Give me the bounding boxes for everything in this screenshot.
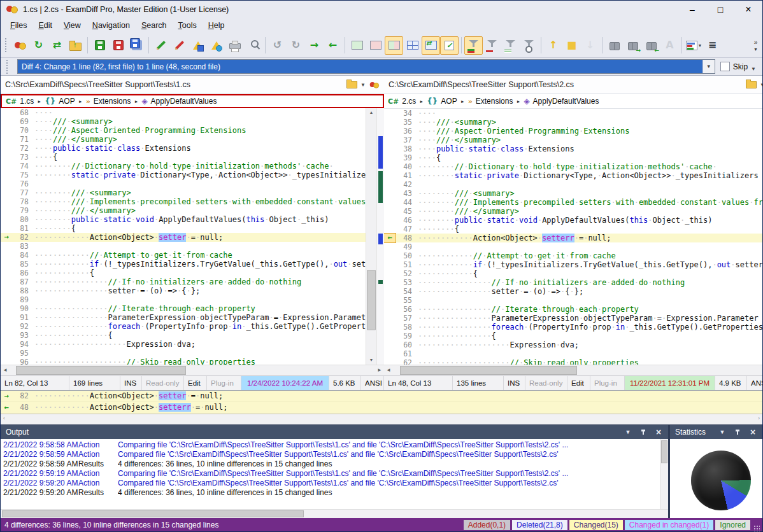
code-editor[interactable]: 68····69····///·<summary>70····///·Aspec… [1,108,366,365]
code-line[interactable]: 35····///·<summary> [384,118,763,127]
scroll-left-icon[interactable]: ‹ [3,415,5,421]
skip-dropdown-icon[interactable]: ▼ [751,66,756,72]
code-line[interactable]: 78········///·Implements·precompiled·set… [1,197,366,206]
code-line[interactable]: 51············if·(!_typesInitializers.Tr… [384,260,763,269]
code-line[interactable]: 45········///·</summary> [384,207,763,216]
show-changed-only-button[interactable] [501,36,520,55]
output-vscrollbar[interactable] [660,439,668,509]
code-line[interactable]: 80········public·static·void·ApplyDefaul… [1,215,366,224]
diff-combobox[interactable]: Diff 4: Change 1 line (82, first file) t… [17,59,715,74]
pin-icon[interactable] [639,430,648,435]
code-line[interactable]: 84············//·Attempt·to·get·it·from·… [1,251,366,260]
open-file-icon[interactable] [346,81,357,88]
scrollbar-thumb[interactable] [16,366,186,375]
breadcrumb-item[interactable]: AOP [59,97,75,106]
code-line[interactable]: 52············{ [384,269,763,278]
code-line[interactable]: 55 [384,296,763,305]
show-all-differences-button[interactable] [464,36,483,55]
code-line[interactable]: 73····{ [1,153,366,162]
code-line[interactable]: 76 [1,179,366,188]
code-line[interactable]: 56················//·Iterate·through·eac… [384,305,763,314]
scroll-right-icon[interactable]: ► [375,365,384,375]
chevron-down-icon[interactable]: ▼ [760,82,763,88]
toolbar-grip[interactable] [4,38,8,53]
code-line[interactable]: 68···· [1,108,366,117]
scrollbar-thumb[interactable] [400,366,577,375]
code-line[interactable]: 44········///·Implements·precompiled·set… [384,198,763,207]
menu-item-view[interactable]: View [58,19,87,32]
show-second-pane-only-button[interactable] [366,36,385,55]
minimize-button[interactable]: – [678,1,706,18]
output-log-row[interactable]: 2/21/2022 9:58:59 AMResults4 differences… [1,459,660,469]
code-line[interactable]: 69····///·<summary> [1,117,366,126]
breadcrumb-item[interactable]: ApplyDefaultValues [151,97,217,106]
breadcrumb-item[interactable]: AOP [441,97,457,106]
code-line[interactable]: 47········{ [384,225,763,234]
copy-block-left-button[interactable]: ← [324,36,342,55]
code-editor[interactable]: 34····35····///·<summary>36····///·Aspec… [384,109,763,365]
code-line[interactable]: 93················{ [1,331,366,340]
code-line[interactable]: 50············//·Attempt·to·get·it·from·… [384,251,763,260]
overflow-down-icon[interactable]: ▼ [753,47,758,52]
edit-second-file-button[interactable] [170,36,189,55]
refresh-comparison-button[interactable]: ↻ [29,36,48,55]
open-files-button[interactable] [66,36,85,55]
code-line[interactable]: 91················ParameterExpression·ob… [1,313,366,322]
panel-menu-icon[interactable]: ▼ [624,429,632,435]
open-file-icon[interactable] [746,81,757,88]
panel-menu-icon[interactable]: ▼ [718,429,727,435]
code-line[interactable]: 85············if·(!_typesInitializers.Tr… [1,260,366,269]
code-line[interactable]: 37····///·</summary> [384,136,763,144]
match-case-button[interactable]: A [660,36,679,55]
code-line[interactable]: 59················{ [384,332,763,340]
toolbar-overflow[interactable]: » ▼ [753,39,760,52]
output-log-row[interactable]: 2/21/2022 9:59:20 AMResults4 differences… [1,488,660,498]
diff-preview-row[interactable]: ←48············Action<Object>·setterr·=·… [1,402,762,414]
code-line[interactable]: 89 [1,295,366,304]
code-line[interactable]: 88················setter·=·(o)·=>·{·}; [1,286,366,295]
skip-checkbox[interactable] [720,62,730,71]
code-line[interactable]: 53················//·If·no·initializers·… [384,278,763,287]
combo-dropdown-button[interactable]: ▼ [702,60,715,73]
code-line[interactable]: 74········//·Dictionary·to·hold·type·ini… [1,162,366,171]
skip-control[interactable]: Skip ▼ [720,61,759,72]
code-line[interactable]: 46········public·static·void·ApplyDefaul… [384,216,763,225]
save-diff-report-button[interactable] [189,36,207,55]
breadcrumb-item[interactable]: 2.cs [402,97,416,106]
code-line[interactable]: 36····///·Aspect·Oriented·Programming·Ex… [384,127,763,136]
code-line[interactable]: 40········//·Dictionary·to·hold·type·ini… [384,162,763,171]
code-line[interactable]: 72····public·static·class·Extensions [1,144,366,153]
diff-selected[interactable]: Diff 4: Change 1 line (82, first file) t… [18,60,702,73]
code-line[interactable]: 87················//·If·no·initializers·… [1,277,366,286]
diff-overview-map[interactable] [376,108,384,365]
scroll-left-icon[interactable]: ◄ [384,365,393,375]
redo-button[interactable]: ↻ [287,36,305,55]
output-log-row[interactable]: 2/21/2022 9:59:20 AMActionCompared file … [1,479,660,488]
code-line[interactable]: 96····················//·Skip·read·only·… [1,358,366,365]
diffbar-grip[interactable] [6,59,9,74]
code-line[interactable]: 70····///·Aspect·Oriented·Programming·Ex… [1,126,366,135]
horizontal-scrollbar[interactable]: ◄► [1,365,384,375]
menu-item-files[interactable]: Files [4,19,32,32]
print-button[interactable] [225,36,244,55]
maximize-button[interactable]: □ [706,1,734,18]
synchronize-scrolling-button[interactable] [422,36,440,55]
vertical-scrollbar[interactable]: ▲▼ [366,108,376,365]
code-line[interactable]: ←48············Action<Object>·setterr·=·… [384,234,763,242]
compare-files-button[interactable] [11,36,29,55]
show-whitespace-button[interactable]: ✓ [440,36,459,55]
previous-difference-button[interactable]: ↑ [544,36,562,55]
save-diff-web-report-button[interactable] [207,36,225,55]
code-line[interactable]: 39····{ [384,153,763,162]
next-difference-button[interactable]: ↓ [581,36,599,55]
output-log-row[interactable]: 2/21/2022 9:58:59 AMActionCompared file … [1,450,660,459]
find-next-button[interactable]: → [624,36,642,55]
preview-scrollbar[interactable]: ‹ › [1,414,762,424]
swap-panes-button[interactable]: ⇄ [48,36,66,55]
horizontal-scrollbar[interactable]: ◄► [384,365,763,375]
panel-close-icon[interactable]: × [748,428,757,437]
scroll-right-icon[interactable]: › [758,415,760,421]
output-log-row[interactable]: 2/21/2022 9:59:19 AMActionComparing file… [1,469,660,479]
code-line[interactable]: 81········{ [1,224,366,233]
breadcrumb-item[interactable]: 1.cs [20,97,34,106]
